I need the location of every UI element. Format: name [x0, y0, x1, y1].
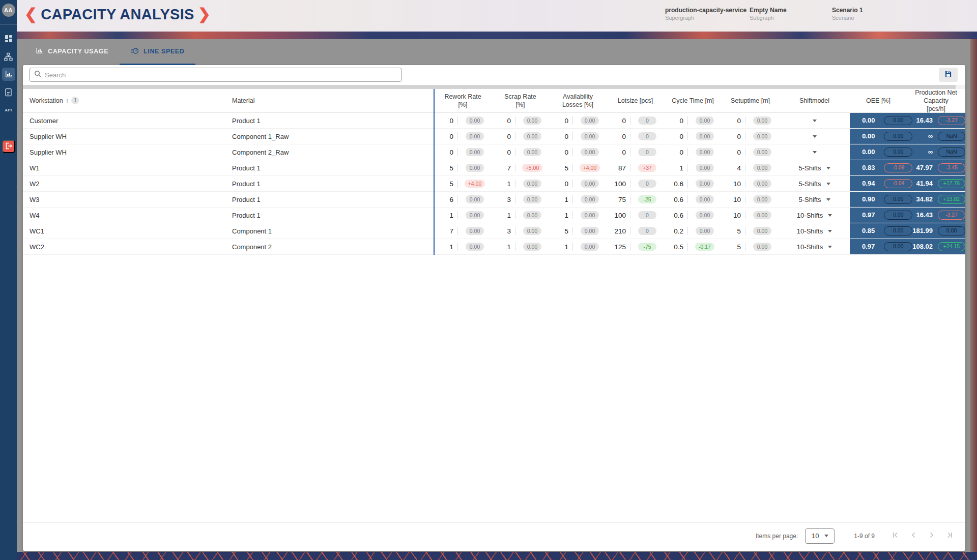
column-header-material[interactable]: Material — [232, 97, 434, 105]
table-row[interactable]: CustomerProduct 100.0000.0000.000000.000… — [23, 113, 965, 129]
tab-line-speed[interactable]: LINE SPEED — [120, 39, 195, 65]
lotsize-input[interactable]: 87 — [607, 164, 626, 172]
setuptime-input[interactable]: 10 — [722, 212, 741, 219]
sidebar-item-hierarchy[interactable] — [2, 50, 15, 63]
availability-losses-input[interactable]: 5 — [549, 227, 568, 235]
shiftmodel-select[interactable]: 10-Shifts — [779, 208, 850, 223]
sidebar-item-analytics[interactable] — [2, 68, 15, 81]
lotsize-input[interactable]: 75 — [607, 196, 626, 203]
scrap-rate-input[interactable]: 3 — [492, 196, 511, 203]
setuptime-input[interactable]: 0 — [722, 133, 741, 140]
table-row[interactable]: W4Product 110.0010.0010.0010000.60.00100… — [23, 208, 965, 223]
setuptime-input[interactable]: 5 — [722, 227, 741, 235]
shiftmodel-select[interactable]: 5-Shifts — [779, 192, 850, 207]
cycle-time-input[interactable]: 0.5 — [664, 243, 683, 251]
availability-losses-input[interactable]: 1 — [549, 196, 568, 203]
rework-rate-input[interactable]: 1 — [434, 212, 453, 219]
table-row[interactable]: W1Product 150.007+5.005+4.0087+3710.0040… — [23, 160, 965, 176]
table-row[interactable]: W2Product 15+4.0010.0000.0010000.60.0010… — [23, 176, 965, 192]
setuptime-input[interactable]: 10 — [722, 196, 741, 203]
cycle-time-input[interactable]: 0.2 — [664, 227, 683, 235]
tab-capacity-usage[interactable]: CAPACITY USAGE — [24, 39, 120, 65]
table-row[interactable]: WC1Component 170.0030.0050.0021000.20.00… — [23, 223, 965, 239]
scrollbar-thumb[interactable] — [23, 85, 956, 89]
cycle-time-input[interactable]: 0.6 — [664, 196, 683, 203]
availability-losses-input[interactable]: 5 — [549, 164, 568, 172]
rework-rate-input[interactable]: 5 — [434, 180, 453, 188]
column-header-production-net-capacity[interactable]: Production Net Capacity [pcs/h] — [907, 89, 965, 113]
column-header-scrap-rate[interactable]: Scrap Rate [%] — [492, 93, 549, 109]
shiftmodel-select[interactable] — [779, 144, 850, 160]
sidebar-item-document[interactable] — [2, 85, 15, 99]
avatar[interactable]: AA — [2, 4, 15, 17]
cycle-time-input[interactable]: 0.6 — [664, 212, 683, 219]
scrap-rate-input[interactable]: 0 — [492, 149, 511, 156]
rework-rate-input[interactable]: 0 — [434, 149, 453, 156]
rework-rate-input[interactable]: 7 — [434, 227, 453, 235]
setuptime-input[interactable]: 0 — [722, 149, 741, 156]
cycle-time-input[interactable]: 0 — [664, 117, 683, 125]
lotsize-input[interactable]: 0 — [607, 117, 626, 125]
column-header-cycle-time[interactable]: Cycle Time [m] — [664, 97, 722, 105]
shiftmodel-select[interactable]: 10-Shifts — [779, 239, 850, 254]
page-size-select[interactable]: 10 — [805, 528, 835, 544]
lotsize-input[interactable]: 0 — [607, 133, 626, 140]
lotsize-input[interactable]: 0 — [607, 149, 626, 156]
availability-losses-input[interactable]: 0 — [549, 149, 568, 156]
lotsize-input[interactable]: 100 — [607, 180, 626, 188]
table-row[interactable]: W3Product 160.0030.0010.0075-250.60.0010… — [23, 192, 965, 208]
cycle-time-input[interactable]: 0.6 — [664, 180, 683, 188]
availability-losses-input[interactable]: 0 — [549, 133, 568, 140]
sidebar-item-dashboard[interactable] — [2, 32, 15, 45]
logout-button[interactable] — [2, 140, 15, 153]
shiftmodel-select[interactable] — [779, 113, 850, 128]
rework-rate-input[interactable]: 1 — [434, 243, 453, 251]
column-header-availability-losses[interactable]: Availability Losses [%] — [549, 93, 607, 109]
availability-losses-input[interactable]: 1 — [549, 212, 568, 219]
setuptime-input[interactable]: 10 — [722, 180, 741, 188]
availability-losses-input[interactable]: 1 — [549, 243, 568, 251]
next-page-button[interactable] — [926, 530, 938, 542]
setuptime-input[interactable]: 5 — [722, 243, 741, 251]
availability-losses-input[interactable]: 0 — [549, 180, 568, 188]
availability-losses-input[interactable]: 0 — [549, 117, 568, 125]
rework-rate-input[interactable]: 0 — [434, 117, 453, 125]
table-row[interactable]: Supplier WHComponent 1_Raw00.0000.0000.0… — [23, 129, 965, 144]
scrap-rate-input[interactable]: 1 — [492, 243, 511, 251]
shiftmodel-select[interactable]: 5-Shifts — [779, 176, 850, 191]
cycle-time-input[interactable]: 0 — [664, 133, 683, 140]
setuptime-input[interactable]: 4 — [722, 164, 741, 172]
lotsize-input[interactable]: 125 — [607, 243, 626, 251]
rework-rate-input[interactable]: 6 — [434, 196, 453, 203]
scrap-rate-input[interactable]: 7 — [492, 164, 511, 172]
rework-rate-input[interactable]: 0 — [434, 133, 453, 140]
sidebar-item-api[interactable]: API — [2, 103, 15, 116]
lotsize-input[interactable]: 100 — [607, 212, 626, 219]
column-header-rework-rate[interactable]: Rework Rate [%] — [434, 93, 492, 109]
shiftmodel-select[interactable] — [779, 129, 850, 144]
horizontal-scrollbar[interactable] — [23, 85, 965, 89]
column-header-shiftmodel[interactable]: Shiftmodel — [779, 97, 850, 105]
lotsize-input[interactable]: 210 — [607, 227, 626, 235]
scrap-rate-input[interactable]: 0 — [492, 133, 511, 140]
column-header-workstation[interactable]: Workstation ↑ 1 — [23, 97, 232, 105]
setuptime-input[interactable]: 0 — [722, 117, 741, 125]
cycle-time-input[interactable]: 1 — [664, 164, 683, 172]
save-button[interactable] — [939, 68, 958, 82]
table-row[interactable]: Supplier WHComponent 2_Raw00.0000.0000.0… — [23, 144, 965, 160]
column-header-setuptime[interactable]: Setuptime [m] — [722, 97, 779, 105]
scrap-rate-input[interactable]: 3 — [492, 227, 511, 235]
column-header-lotsize[interactable]: Lotsize [pcs] — [607, 97, 664, 105]
shiftmodel-select[interactable]: 5-Shifts — [779, 160, 850, 175]
first-page-button[interactable] — [889, 530, 901, 542]
rework-rate-input[interactable]: 5 — [434, 164, 453, 172]
previous-page-button[interactable] — [907, 530, 919, 542]
scrap-rate-input[interactable]: 1 — [492, 180, 511, 188]
cycle-time-input[interactable]: 0 — [664, 149, 683, 156]
last-page-button[interactable] — [944, 530, 956, 542]
shiftmodel-select[interactable]: 10-Shifts — [779, 223, 850, 239]
table-row[interactable]: WC2Component 210.0010.0010.00125-750.5-0… — [23, 239, 965, 255]
scrap-rate-input[interactable]: 0 — [492, 117, 511, 125]
column-header-oee[interactable]: OEE [%] — [850, 97, 907, 105]
search-input[interactable] — [45, 71, 397, 79]
